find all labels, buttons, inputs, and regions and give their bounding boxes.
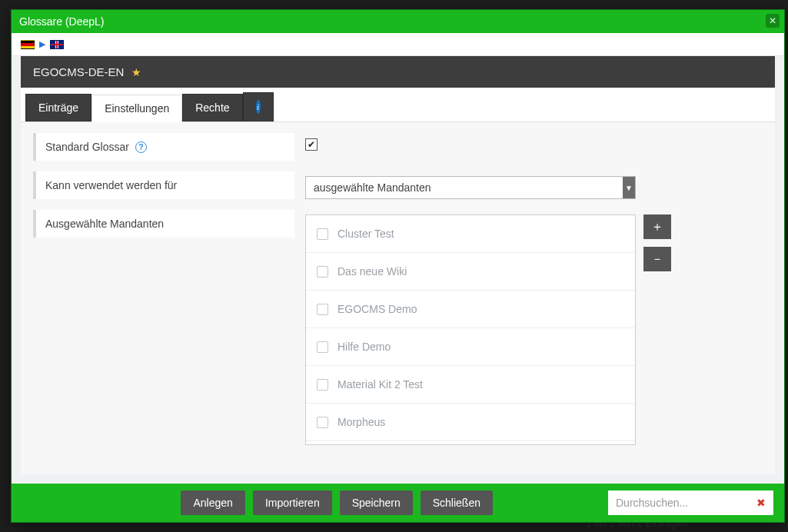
label-selected-clients: Ausgewählte Mandanten [33, 210, 294, 238]
modal-footer: Anlegen Importieren Speichern Schließen … [12, 484, 784, 522]
glossary-panel: EGOCMS-DE-EN ★ Einträge Einstellungen Re… [21, 56, 775, 474]
remove-client-button[interactable]: － [643, 247, 671, 271]
list-item[interactable]: Material Kit 2 Test [306, 366, 635, 404]
list-item[interactable]: EGOCMS Demo [306, 291, 635, 328]
modal-titlebar: Glossare (DeepL) ✕ [12, 10, 784, 33]
language-direction: ▶ [12, 33, 784, 56]
client-checkbox[interactable] [317, 266, 328, 278]
label-default-glossary: Standard Glossar ? [33, 133, 294, 161]
clear-search-icon[interactable]: ✖ [756, 497, 766, 509]
client-label: Hilfe Demo [337, 341, 391, 353]
close-button[interactable]: Schließen [421, 490, 493, 515]
label-selected-clients-text: Ausgewählte Mandanten [45, 218, 164, 230]
modal-title: Glossare (DeepL) [19, 15, 105, 28]
save-button[interactable]: Speichern [340, 490, 413, 515]
row-selected-clients: Ausgewählte Mandanten Cluster TestDas ne… [33, 210, 763, 445]
client-checkbox[interactable] [317, 417, 328, 428]
tab-bar: Einträge Einstellungen Rechte i [21, 88, 775, 121]
client-label: Das neue Wiki [337, 265, 407, 278]
modal-body: ▶ EGOCMS-DE-EN ★ Einträge Einstellungen … [12, 33, 784, 484]
list-item[interactable]: Hilfe Demo [306, 328, 635, 366]
star-icon: ★ [131, 66, 141, 78]
info-icon: i [256, 100, 261, 114]
create-button[interactable]: Anlegen [181, 490, 244, 515]
arrow-right-icon: ▶ [39, 39, 45, 49]
usable-for-value: ausgewählte Mandanten [306, 177, 623, 198]
tab-settings[interactable]: Einstellungen [91, 95, 182, 122]
client-checkbox[interactable] [317, 341, 328, 353]
client-label: Cluster Test [337, 228, 394, 240]
search-placeholder: Durchsuchen... [616, 497, 688, 509]
chevron-down-icon: ▼ [623, 177, 635, 198]
client-label: EGOCMS Demo [337, 303, 417, 315]
import-button[interactable]: Importieren [253, 490, 332, 515]
list-item[interactable]: Cluster Test [306, 215, 635, 253]
list-item[interactable]: Das neue Wiki [306, 253, 635, 291]
help-icon[interactable]: ? [135, 141, 147, 153]
default-glossary-checkbox[interactable]: ✔ [305, 138, 318, 151]
add-client-button[interactable]: ＋ [643, 214, 671, 239]
flag-en-icon [50, 40, 64, 49]
client-checkbox[interactable] [317, 304, 328, 315]
client-checkbox[interactable] [317, 379, 328, 391]
tab-rights[interactable]: Rechte [182, 94, 242, 121]
flag-de-icon [21, 40, 35, 49]
tab-entries[interactable]: Einträge [25, 94, 91, 121]
search-input[interactable]: Durchsuchen... ✖ [608, 490, 773, 515]
close-icon[interactable]: ✕ [766, 14, 780, 28]
label-usable-for: Kann verwendet werden für [33, 171, 294, 199]
label-usable-for-text: Kann verwendet werden für [45, 179, 177, 191]
row-default-glossary: Standard Glossar ? ✔ [33, 133, 763, 161]
list-item[interactable]: Morpheus [306, 404, 635, 441]
row-usable-for: Kann verwendet werden für ausgewählte Ma… [33, 171, 763, 199]
settings-tab-content: Standard Glossar ? ✔ Kann verwendet werd… [21, 121, 775, 474]
tab-info[interactable]: i [243, 92, 274, 121]
usable-for-select[interactable]: ausgewählte Mandanten ▼ [305, 176, 636, 199]
client-label: Material Kit 2 Test [337, 378, 423, 391]
label-default-glossary-text: Standard Glossar [45, 141, 129, 153]
glossary-name: EGOCMS-DE-EN [33, 65, 124, 78]
glossary-header: EGOCMS-DE-EN ★ [21, 56, 775, 88]
client-checkbox[interactable] [317, 228, 328, 240]
client-label: Morpheus [337, 416, 385, 428]
clients-listbox[interactable]: Cluster TestDas neue WikiEGOCMS DemoHilf… [305, 214, 636, 445]
glossary-modal: Glossare (DeepL) ✕ ▶ EGOCMS-DE-EN ★ Eint… [11, 9, 785, 523]
